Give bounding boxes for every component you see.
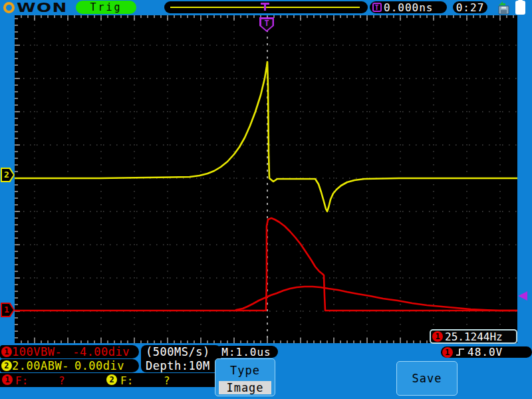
ch2-position: 0.00div — [74, 359, 124, 372]
oscilloscope-screen: WON Trig T 0.000ns 0:27 T 2 — [0, 0, 532, 399]
top-status-bar: WON Trig T 0.000ns 0:27 — [0, 0, 532, 15]
battery-icon — [515, 1, 525, 15]
owon-logo: WON — [3, 1, 56, 14]
ch1-current-hump — [236, 287, 517, 311]
save-label: Save — [412, 372, 442, 385]
ch2-measure-value: ? — [164, 374, 170, 387]
type-menu-button[interactable]: Type Image — [215, 358, 275, 396]
logo-o-icon — [3, 2, 15, 13]
usb-disk-icon — [495, 1, 511, 15]
ch2-badge: 2 — [106, 374, 117, 385]
sample-rate: (500MS/s) — [146, 345, 221, 358]
ch1-position: -4.00div — [72, 345, 130, 358]
clock-readout: 0:27 — [453, 1, 487, 13]
type-value: Image — [219, 381, 271, 394]
ch1-badge: 1 — [432, 331, 443, 342]
ch2-voltage-trace — [15, 62, 517, 211]
ch2-scale: 2.00ABW- — [12, 359, 69, 372]
trigger-frequency-box: 1 25.1244Hz — [430, 329, 517, 344]
type-label: Type — [215, 364, 275, 377]
measurement-bar: 1 F: ? 2 F: ? — [0, 373, 219, 387]
acquisition-info-box: (500MS/s) Depth:10M — [141, 345, 221, 372]
timebase-readout: M:1.0us — [215, 346, 278, 358]
ch1-scale: 100VBW- — [12, 345, 62, 358]
graticule-canvas — [15, 15, 517, 343]
trigger-time-value: 0.000ns — [384, 1, 433, 14]
logo-text: WON — [17, 0, 67, 15]
trigger-level-arrow-icon[interactable] — [518, 291, 527, 301]
trigger-status-badge: Trig — [76, 1, 136, 14]
ch2-measure-label: F: — [120, 374, 133, 387]
save-button[interactable]: Save — [396, 361, 458, 396]
ch2-info-bar: 2 2.00ABW- 0.00div — [0, 359, 139, 372]
ch2-badge: 2 — [1, 360, 12, 371]
trigger-t-icon: T — [372, 3, 382, 12]
trigger-level-readout: 1 48.0V — [441, 346, 532, 358]
ch1-info-bar: 1 100VBW- -4.00div — [0, 345, 139, 358]
ch2-position-marker[interactable]: 2 — [1, 168, 15, 182]
ch1-measure-value: ? — [59, 374, 65, 387]
ch1-badge: 1 — [1, 346, 12, 357]
waveform-display — [15, 15, 517, 343]
trigger-frequency-value: 25.1244Hz — [445, 331, 503, 343]
memory-trigger-marker-icon[interactable] — [261, 3, 269, 11]
rising-edge-icon — [456, 348, 465, 356]
ch1-badge: 1 — [2, 374, 13, 385]
trigger-level-value: 48.0V — [467, 346, 503, 358]
memory-position-bar[interactable] — [164, 1, 368, 13]
ch1-measure-label: F: — [15, 374, 28, 387]
trigger-time-readout: T 0.000ns — [370, 1, 447, 13]
ch1-position-marker[interactable]: 1 — [1, 303, 15, 317]
ch1-badge: 1 — [442, 347, 453, 358]
memory-depth: Depth:10M — [146, 359, 221, 372]
